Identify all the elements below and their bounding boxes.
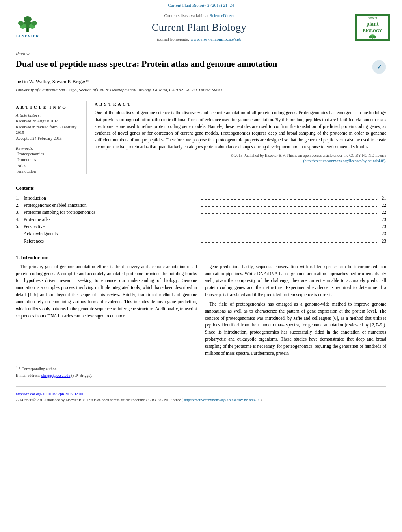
contents-name-4: Proteome atlas	[24, 216, 199, 222]
article-info: A R T I C L E I N F O Article history: R…	[16, 101, 87, 174]
contents-name-7: References	[24, 238, 199, 244]
article-body: A R T I C L E I N F O Article history: R…	[16, 101, 386, 174]
introduction-section: 1. Introduction The primary goal of geno…	[16, 250, 386, 360]
contents-dots-1	[201, 196, 377, 200]
article-type: Review	[16, 50, 386, 57]
contents-name-5: Perspective	[24, 223, 199, 230]
intro-body-columns: The primary goal of genome annotation ef…	[16, 263, 386, 360]
author-names: Justin W. Walley, Steven P. Briggs*	[16, 78, 89, 84]
journal-top-bar: Current Plant Biology 2 (2015) 21–24	[0, 0, 402, 9]
journal-citation: Current Plant Biology 2 (2015) 21–24	[168, 3, 234, 7]
keyword-2: Proteomics	[16, 157, 81, 163]
cpb-logo-box: current plant BIOLOGY	[357, 16, 388, 39]
svg-point-11	[373, 36, 376, 38]
journal-header: ELSEVIER Contents lists available at Sci…	[0, 9, 402, 46]
abstract-heading: A B S T R A C T	[95, 101, 386, 107]
revised-date: Received in revised form 3 February 2015	[16, 124, 81, 136]
footnote-star: * * Corresponding author.	[16, 365, 386, 372]
abstract-text: One of the objectives of genome science …	[95, 109, 386, 150]
article-history-heading: A R T I C L E I N F O	[16, 104, 81, 110]
affiliation: University of California San Diego, Sect…	[16, 87, 386, 93]
keyword-1: Proteogenomics	[16, 151, 81, 157]
divider-1	[16, 98, 386, 98]
contents-page-4: 23	[378, 216, 386, 222]
intro-heading: 1. Introduction	[16, 254, 386, 261]
contents-dots-3	[201, 210, 377, 214]
contents-dots-6	[201, 231, 377, 235]
contents-num-5: 5.	[16, 223, 24, 230]
sciencedirect-link[interactable]: ScienceDirect	[210, 13, 234, 18]
intro-col-left: The primary goal of genome annotation ef…	[16, 263, 197, 360]
footnote-email: E-mail address: sbriggs@ucsd.edu (S.P. B…	[16, 373, 386, 378]
contents-page-6: 23	[378, 230, 386, 237]
intro-para-2: gene prediction. Lastly, sequence conser…	[205, 263, 386, 298]
contents-item-2: 2. Proteogenomic enabled annotation 22	[16, 202, 386, 208]
contents-page-3: 22	[378, 209, 386, 215]
keyword-3: Atlas	[16, 163, 81, 169]
journal-homepage: journal homepage: www.elsevier.com/locat…	[43, 36, 355, 42]
svg-rect-7	[27, 28, 28, 32]
journal-center: Contents lists available at ScienceDirec…	[43, 13, 355, 42]
elsevier-tree-icon	[17, 16, 39, 33]
contents-num-2: 2.	[16, 202, 24, 208]
contents-page-2: 22	[378, 202, 386, 208]
contents-num-3: 3.	[16, 209, 24, 215]
contents-num-1: 1.	[16, 195, 24, 201]
contents-item-7: References 23	[16, 238, 386, 244]
contents-name-6: Acknowledgments	[24, 230, 199, 237]
contents-item-1: 1. Introduction 21	[16, 195, 386, 201]
contents-dots-4	[201, 217, 377, 221]
journal-title: Current Plant Biology	[43, 20, 355, 35]
doi-link[interactable]: http://dx.doi.org/10.1016/j.cpb.2015.02.…	[16, 392, 85, 396]
contents-available: Contents lists available at ScienceDirec…	[43, 13, 355, 19]
abstract-license: © 2015 Published by Elsevier B.V. This i…	[95, 153, 386, 164]
article-title-row: Dual use of peptide mass spectra: Protei…	[16, 58, 386, 74]
intro-para-3: The field of proteogenomics has emerged …	[205, 301, 386, 357]
contents-num-4: 4.	[16, 216, 24, 222]
contents-dots-7	[201, 239, 377, 243]
main-content: Review Dual use of peptide mass spectra:…	[0, 46, 402, 411]
abstract-column: A B S T R A C T One of the objectives of…	[95, 101, 386, 174]
contents-item-5: 5. Perspective 23	[16, 223, 386, 230]
contents-item-6: Acknowledgments 23	[16, 230, 386, 237]
article-title: Dual use of peptide mass spectra: Protei…	[16, 58, 277, 70]
contents-name-2: Proteogenomic enabled annotation	[24, 202, 199, 208]
contents-name-1: Introduction	[24, 195, 199, 201]
svg-point-5	[32, 21, 37, 26]
issn-line: 2214-6628/© 2015 Published by Elsevier B…	[16, 398, 386, 403]
crossmark-icon: ✓	[372, 60, 386, 74]
contents-page-7: 23	[378, 238, 386, 244]
journal-logo-right: current plant BIOLOGY	[355, 14, 390, 41]
footnote-section: * * Corresponding author. E-mail address…	[16, 363, 386, 378]
accepted-date: Accepted 24 February 2015	[16, 136, 81, 142]
contents-item-4: 4. Proteome atlas 23	[16, 216, 386, 222]
contents-page-1: 21	[378, 195, 386, 201]
contents-name-3: Proteome sampling for proteogenomics	[24, 209, 199, 215]
contents-item-3: 3. Proteome sampling for proteogenomics …	[16, 209, 386, 215]
page-footer: http://dx.doi.org/10.1016/j.cpb.2015.02.…	[16, 386, 386, 403]
doi-line: http://dx.doi.org/10.1016/j.cpb.2015.02.…	[16, 391, 386, 397]
svg-text:✓: ✓	[377, 63, 382, 70]
contents-heading: Contents	[16, 185, 386, 192]
license-link[interactable]: (http://creativecommons.org/licenses/by-…	[303, 159, 386, 163]
issn-license-link[interactable]: http://creativecommons.org/licenses/by-n…	[184, 398, 259, 402]
svg-point-6	[24, 16, 32, 22]
contents-page-5: 23	[378, 223, 386, 230]
authors: Justin W. Walley, Steven P. Briggs*	[16, 78, 386, 85]
elsevier-text: ELSEVIER	[16, 33, 39, 39]
contents-dots-5	[201, 224, 377, 228]
intro-col-right: gene prediction. Lastly, sequence conser…	[205, 263, 386, 360]
svg-point-4	[18, 21, 24, 26]
history-label: Article history:	[16, 113, 81, 119]
svg-point-10	[369, 36, 372, 38]
contents-dots-2	[201, 203, 377, 207]
contents-section: Contents 1. Introduction 21 2. Proteogen…	[16, 181, 386, 244]
keywords-label: Keywords:	[16, 146, 81, 152]
plant-icon	[367, 33, 378, 39]
journal-homepage-link[interactable]: www.elsevier.com/locate/cpb	[190, 37, 241, 41]
email-link[interactable]: sbriggs@ucsd.edu	[41, 373, 70, 378]
elsevier-logo: ELSEVIER	[12, 14, 43, 41]
intro-para-1: The primary goal of genome annotation ef…	[16, 263, 197, 320]
keyword-4: Annotation	[16, 169, 81, 175]
received-date: Received 26 August 2014	[16, 119, 81, 124]
